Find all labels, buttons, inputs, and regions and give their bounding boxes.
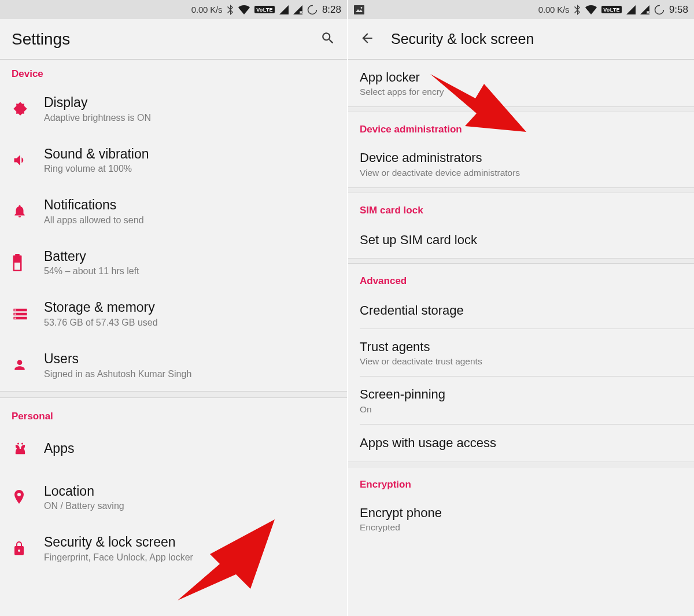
section-header-personal: Personal <box>0 398 347 426</box>
settings-list: Device Display Adaptive brightness is ON… <box>0 60 347 616</box>
signal-icon-1 <box>279 5 289 14</box>
bluetooth-icon <box>574 5 581 15</box>
location-icon <box>10 489 44 506</box>
item-title: Sound & vibration <box>44 146 337 163</box>
item-sub: View or deactivate trust agents <box>360 356 682 367</box>
data-circle-icon <box>307 5 318 15</box>
clock: 8:28 <box>322 4 341 16</box>
item-battery[interactable]: Battery 54% – about 11 hrs left <box>0 237 347 289</box>
item-app-locker[interactable]: App locker Select apps for encry <box>348 60 694 106</box>
phone-security: 0.00 K/s VoLTE R 9:58 Security & lock sc… <box>347 0 694 616</box>
item-title: Battery <box>44 249 337 265</box>
wifi-icon <box>238 5 250 14</box>
item-sub: All apps allowed to send <box>44 215 337 226</box>
security-list: App locker Select apps for encry Device … <box>348 60 694 616</box>
item-title: Apps <box>44 441 337 457</box>
item-sub: Signed in as Ashutosh Kumar Singh <box>44 369 337 379</box>
item-sub: View or deactivate device administrators <box>360 168 682 178</box>
search-icon[interactable] <box>320 31 335 48</box>
item-users[interactable]: Users Signed in as Ashutosh Kumar Singh <box>0 340 347 391</box>
settings-header: Settings <box>0 19 347 60</box>
item-title: Notifications <box>44 197 337 213</box>
item-location[interactable]: Location ON / Battery saving <box>0 472 347 523</box>
item-sub: ON / Battery saving <box>44 501 337 511</box>
signal-icon-2: R <box>640 5 649 14</box>
item-usage-access[interactable]: Apps with usage access <box>348 425 694 462</box>
battery-icon <box>10 254 44 271</box>
sound-icon <box>10 152 44 168</box>
section-header-encryption: Encryption <box>348 467 694 495</box>
svg-rect-4 <box>14 318 16 319</box>
svg-rect-6 <box>354 5 364 14</box>
svg-point-8 <box>361 7 363 9</box>
group-divider <box>348 187 694 193</box>
item-title: Screen-pinning <box>360 387 682 402</box>
item-title: Users <box>44 351 337 367</box>
item-title: Credential storage <box>360 303 682 318</box>
section-header-admin: Device administration <box>348 112 694 140</box>
display-icon <box>10 101 44 117</box>
section-header-advanced: Advanced <box>348 264 694 292</box>
item-sub: Adaptive brightness is ON <box>44 113 337 123</box>
section-header-sim: SIM card lock <box>348 193 694 221</box>
network-speed: 0.00 K/s <box>538 5 569 14</box>
section-header-device: Device <box>0 60 347 83</box>
group-divider <box>348 106 694 112</box>
item-title: App locker <box>360 70 682 85</box>
group-divider <box>348 258 694 264</box>
back-icon[interactable] <box>360 31 375 48</box>
data-circle-icon <box>654 5 665 15</box>
signal-icon-1 <box>626 5 636 14</box>
item-title: Apps with usage access <box>360 436 682 451</box>
lock-icon <box>10 540 44 556</box>
status-bar: 0.00 K/s VoLTE R 8:28 <box>0 0 347 19</box>
item-trust-agents[interactable]: Trust agents View or deactivate trust ag… <box>348 329 694 376</box>
item-title: Set up SIM card lock <box>360 233 682 248</box>
item-storage[interactable]: Storage & memory 53.76 GB of 57.43 GB us… <box>0 288 347 340</box>
item-security[interactable]: Security & lock screen Fingerprint, Face… <box>0 523 347 574</box>
bluetooth-icon <box>227 5 234 15</box>
svg-point-10 <box>655 5 663 14</box>
apps-icon <box>10 441 44 457</box>
phone-settings: 0.00 K/s VoLTE R 8:28 Settings Device Di… <box>0 0 347 616</box>
item-title: Storage & memory <box>44 300 337 316</box>
svg-text:R: R <box>647 10 649 14</box>
item-sim-lock[interactable]: Set up SIM card lock <box>348 221 694 258</box>
screenshot-pair: 0.00 K/s VoLTE R 8:28 Settings Device Di… <box>0 0 694 616</box>
item-sub: On <box>360 404 682 415</box>
item-title: Encrypt phone <box>360 506 682 521</box>
notifications-icon <box>10 204 44 219</box>
item-title: Security & lock screen <box>44 534 337 551</box>
signal-icon-2: R <box>293 5 302 14</box>
clock: 9:58 <box>669 4 688 16</box>
svg-rect-2 <box>14 309 16 311</box>
svg-text:R: R <box>300 10 302 14</box>
item-title: Location <box>44 484 337 500</box>
group-divider <box>348 462 694 467</box>
network-speed: 0.00 K/s <box>191 5 222 14</box>
users-icon <box>10 357 44 372</box>
volte-badge: VoLTE <box>254 6 275 13</box>
item-display[interactable]: Display Adaptive brightness is ON <box>0 83 347 135</box>
item-apps[interactable]: Apps <box>0 426 347 472</box>
svg-rect-3 <box>14 313 16 315</box>
group-divider <box>0 391 347 398</box>
item-title: Display <box>44 95 337 111</box>
item-sub: 54% – about 11 hrs left <box>44 266 337 276</box>
item-sub: 53.76 GB of 57.43 GB used <box>44 318 337 328</box>
item-screen-pinning[interactable]: Screen-pinning On <box>348 377 694 423</box>
item-notifications[interactable]: Notifications All apps allowed to send <box>0 186 347 237</box>
storage-icon <box>10 307 44 322</box>
item-device-admin[interactable]: Device administrators View or deactivate… <box>348 140 694 187</box>
item-sub: Fingerprint, Face Unlock, App locker <box>44 552 337 563</box>
item-title: Trust agents <box>360 340 682 355</box>
item-sub: Ring volume at 100% <box>44 164 337 174</box>
svg-point-1 <box>308 5 316 14</box>
item-sub: Select apps for encry <box>360 87 682 97</box>
volte-badge: VoLTE <box>601 6 622 13</box>
item-sub: Encrypted <box>360 522 682 533</box>
item-encrypt-phone[interactable]: Encrypt phone Encrypted <box>348 495 694 542</box>
item-sound[interactable]: Sound & vibration Ring volume at 100% <box>0 135 347 186</box>
item-credential[interactable]: Credential storage <box>348 292 694 329</box>
status-bar: 0.00 K/s VoLTE R 9:58 <box>348 0 694 19</box>
